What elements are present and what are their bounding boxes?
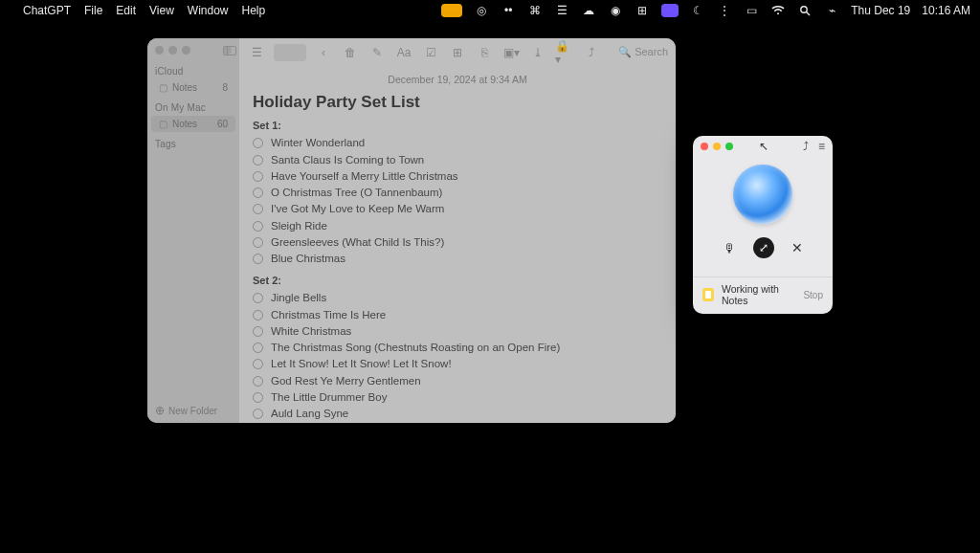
checkbox-icon[interactable] [253,326,263,337]
stop-button[interactable]: Stop [803,290,823,300]
close-icon[interactable]: ✕ [791,240,803,255]
checkbox-icon[interactable] [253,359,263,369]
checklist-item[interactable]: Christmas Time Is Here [253,307,662,323]
checklist-item[interactable]: Blue Christmas [253,251,662,267]
checklist-item[interactable]: Have Yourself a Merry Little Christmas [253,168,662,185]
wifi-icon[interactable] [770,3,786,18]
back-icon[interactable]: ‹ [314,44,333,61]
svg-point-0 [801,7,807,12]
checklist-item[interactable]: Auld Lang Syne [253,406,662,422]
share-icon[interactable]: ⤴ [582,44,601,61]
status-item-icon[interactable]: •• [501,3,516,18]
checklist-item[interactable]: O Christmas Tree (O Tannenbaum) [253,185,662,201]
minimize-icon[interactable] [713,143,721,150]
status-item-cloud-icon[interactable]: ☁ [581,3,596,18]
checklist-item[interactable]: Let It Snow! Let It Snow! Let It Snow! [253,356,662,372]
checklist-item[interactable]: Santa Claus Is Coming to Town [253,152,662,168]
checkbox-icon[interactable] [253,310,263,321]
status-item-orange-icon[interactable] [441,4,462,17]
sidebar-item-notes[interactable]: ▢ Notes 8 [151,79,235,96]
sidebar-section: Tags [147,133,239,151]
view-list-icon[interactable]: ☰ [247,44,266,61]
checklist-item[interactable]: The Christmas Song (Chestnuts Roasting o… [253,340,662,356]
checkbox-icon[interactable] [253,293,263,303]
compose-icon[interactable]: ✎ [368,44,387,61]
notes-app-icon [702,288,714,301]
sidebar-toggle-icon[interactable] [223,46,232,55]
checkbox-icon[interactable] [253,343,263,353]
status-item-icon[interactable]: ⌘ [527,3,543,18]
fullscreen-icon[interactable] [725,143,733,150]
menubar-time[interactable]: 10:16 AM [922,4,970,17]
menu-edit[interactable]: Edit [116,4,136,17]
checkbox-icon[interactable] [253,237,263,248]
close-icon[interactable] [701,143,708,150]
upload-icon[interactable]: ⤴ [803,140,809,153]
checkbox-icon[interactable] [253,138,263,148]
checkbox-icon[interactable] [253,171,263,182]
checklist-item[interactable]: Jingle Bells [253,290,662,306]
checkbox-icon[interactable] [253,409,263,419]
menu-file[interactable]: File [84,4,102,17]
checklist-item[interactable]: I've Got My Love to Keep Me Warm [253,201,662,217]
checklist-item[interactable]: Greensleeves (What Child Is This?) [253,234,662,251]
checkbox-icon[interactable] [253,376,263,387]
minimize-icon[interactable] [168,46,177,55]
status-item-icon[interactable]: ◎ [474,3,489,18]
expand-icon[interactable]: ⤢ [753,237,774,258]
trash-icon[interactable]: 🗑 [341,44,360,61]
checklist-item-label: I've Got My Love to Keep Me Warm [271,201,444,217]
battery-icon[interactable]: ▭ [744,3,759,18]
menu-help[interactable]: Help [242,4,266,17]
set2-heading: Set 2: [253,275,662,286]
fullscreen-icon[interactable] [182,46,190,55]
status-item-icon[interactable]: ☰ [554,3,569,18]
checklist-item[interactable]: White Christmas [253,323,662,340]
checklist-item[interactable]: The Little Drummer Boy [253,389,662,406]
checklist-item-label: Let It Snow! Let It Snow! Let It Snow! [271,356,452,372]
checklist-item-label: Santa Claus Is Coming to Town [271,152,424,168]
menubar-date[interactable]: Thu Dec 19 [851,4,910,17]
cursor-icon: ↖ [759,140,768,153]
app-name[interactable]: ChatGPT [23,4,71,17]
do-not-disturb-icon[interactable]: ☾ [690,3,705,18]
menu-window[interactable]: Window [188,4,229,17]
checklist-item-label: White Christmas [271,323,351,340]
checklist-icon[interactable]: ☑ [421,44,440,61]
notes-sidebar: iCloud ▢ Notes 8 On My Mac ▢ Notes 60 Ta… [147,38,239,423]
checklist-item-label: Blue Christmas [271,251,345,267]
menu-view[interactable]: View [149,4,174,17]
search-field[interactable]: 🔍 Search [618,46,668,58]
photo-icon[interactable]: ▣▾ [501,44,521,61]
sidebar-section: iCloud [147,60,239,78]
close-icon[interactable] [155,46,164,55]
screen-record-icon[interactable] [661,4,679,17]
assistant-window: ↖ ⤴ ≡ 🎙 ⤢ ✕ Working with Notes Stop [693,136,833,314]
table-icon[interactable]: ⊞ [448,44,467,61]
link-icon[interactable]: ⎘ [475,44,494,61]
checkbox-icon[interactable] [253,155,263,166]
checkbox-icon[interactable] [253,392,263,403]
checklist-item[interactable]: Sleigh Ride [253,218,662,234]
format-icon[interactable]: Aa [394,44,413,61]
spotlight-icon[interactable] [797,3,813,18]
checkbox-icon[interactable] [253,221,263,232]
checkbox-icon[interactable] [253,204,263,214]
settings-icon[interactable]: ≡ [818,140,825,153]
status-item-icon[interactable]: ⋮ [717,3,732,18]
sidebar-item-notes-local[interactable]: ▢ Notes 60 [151,116,235,132]
mic-icon[interactable]: 🎙 [724,241,736,255]
lock-icon[interactable]: ⤓ [528,44,547,61]
status-item-grid-icon[interactable]: ⊞ [635,3,650,18]
new-folder-button[interactable]: ⊕ New Folder [147,398,239,423]
sidebar-item-label: Notes [172,82,197,93]
checklist-item[interactable]: God Rest Ye Merry Gentlemen [253,373,662,389]
lock-note-icon[interactable]: 🔒▾ [555,44,574,61]
status-item-icon[interactable]: ◉ [608,3,623,18]
checkbox-icon[interactable] [253,254,263,264]
control-center-icon[interactable]: ⌁ [824,3,839,18]
checkbox-icon[interactable] [253,188,263,198]
checklist-item[interactable]: Winter Wonderland [253,135,662,151]
view-mode-segment[interactable] [274,44,306,61]
note-editor[interactable]: December 19, 2024 at 9:34 AM Holiday Par… [239,66,676,423]
